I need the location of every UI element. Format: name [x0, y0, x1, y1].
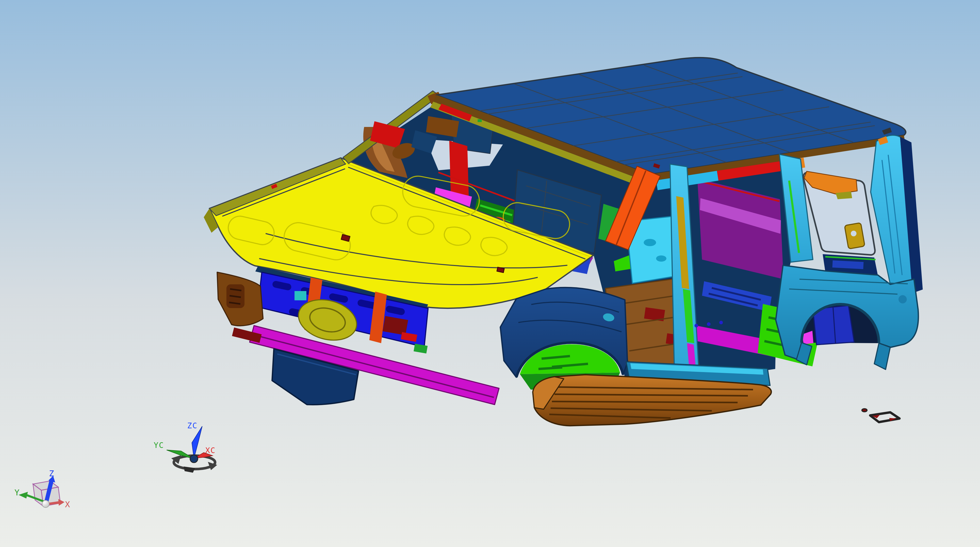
wcs-z-label: ZC	[187, 421, 197, 430]
wcs-x-label: XC	[205, 446, 216, 455]
seat-mount	[656, 255, 667, 262]
latch-plate-hole	[851, 231, 856, 236]
trim-dot	[719, 321, 723, 324]
seat-mount	[644, 239, 656, 246]
wcs-y-label: YC	[154, 441, 164, 450]
cad-viewport[interactable]: ZC YC XC Z Y X	[0, 0, 980, 547]
trim-dot	[695, 324, 698, 327]
header-green-clip	[477, 119, 482, 122]
datum-z-label: Z	[49, 469, 54, 478]
fuel-filler-mark	[899, 295, 907, 303]
pump-cyan	[294, 291, 306, 300]
datum-origin-ball[interactable]	[42, 500, 49, 507]
graphics-window[interactable]: ZC YC XC Z Y X	[0, 0, 980, 547]
apillar-inner-red	[449, 140, 469, 200]
datum-y-label: Y	[14, 488, 20, 498]
loose-clip[interactable]	[862, 409, 867, 412]
trim-dot	[707, 322, 711, 326]
wcs-origin-ball[interactable]	[190, 455, 198, 462]
hood-clip	[497, 267, 504, 273]
datum-x-label: X	[65, 499, 70, 509]
